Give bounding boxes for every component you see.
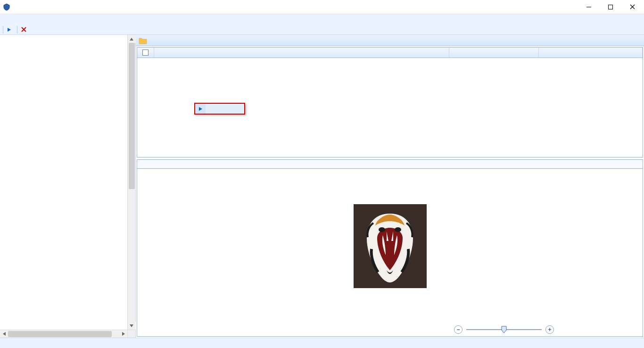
close-button[interactable] <box>621 0 643 14</box>
grid-header-size[interactable] <box>449 48 539 58</box>
tree-horizontal-scrollbar[interactable] <box>0 330 127 338</box>
toolbar <box>0 25 644 35</box>
scroll-track[interactable] <box>8 330 119 338</box>
grid-header <box>137 48 643 58</box>
play-icon <box>198 107 203 111</box>
grid-header-filename[interactable] <box>154 48 449 58</box>
path-header <box>136 35 644 46</box>
close-x-icon <box>21 27 26 32</box>
zoom-slider-row: − + <box>137 323 643 336</box>
scroll-thumb[interactable] <box>8 331 112 337</box>
slider-thumb-icon[interactable] <box>501 326 507 333</box>
svg-rect-1 <box>609 5 613 9</box>
folder-tree[interactable] <box>0 35 135 338</box>
zoom-slider[interactable] <box>466 325 542 334</box>
scroll-right-icon[interactable] <box>119 330 127 338</box>
export-button[interactable] <box>7 27 13 32</box>
toolbar-separator <box>17 26 17 33</box>
preview-panel: − + <box>137 169 643 337</box>
context-menu <box>194 103 245 115</box>
zoom-in-button[interactable]: + <box>545 325 554 334</box>
scroll-left-icon[interactable] <box>0 330 8 338</box>
file-grid <box>137 47 643 157</box>
context-menu-iconbar <box>195 104 206 114</box>
right-panel: − + <box>136 35 644 338</box>
preview-artwork <box>354 204 427 288</box>
folder-tree-panel <box>0 35 136 338</box>
preview-filename-label <box>137 159 643 169</box>
folder-icon <box>139 37 147 44</box>
content: − + <box>0 35 644 338</box>
svg-point-7 <box>379 227 385 232</box>
zoom-out-button[interactable]: − <box>454 325 462 334</box>
minimize-button[interactable] <box>578 0 600 14</box>
menubar <box>0 14 644 25</box>
checkbox-icon[interactable] <box>142 50 149 56</box>
toolbar-separator <box>3 26 3 33</box>
tree-vertical-scrollbar[interactable] <box>127 35 135 330</box>
scroll-thumb[interactable] <box>129 43 135 189</box>
scroll-up-icon[interactable] <box>128 35 136 43</box>
app-icon <box>3 3 10 11</box>
titlebar <box>0 0 644 14</box>
grid-header-check[interactable] <box>137 48 154 58</box>
grid-header-date[interactable] <box>539 48 643 58</box>
scroll-down-icon[interactable] <box>128 322 136 330</box>
scroll-corner <box>127 330 135 338</box>
exit-button[interactable] <box>21 27 28 32</box>
preview-canvas <box>137 169 643 323</box>
scroll-track[interactable] <box>128 43 136 322</box>
svg-point-8 <box>395 227 401 232</box>
maximize-button[interactable] <box>600 0 621 14</box>
status-bar <box>0 338 644 348</box>
play-icon <box>7 27 11 32</box>
